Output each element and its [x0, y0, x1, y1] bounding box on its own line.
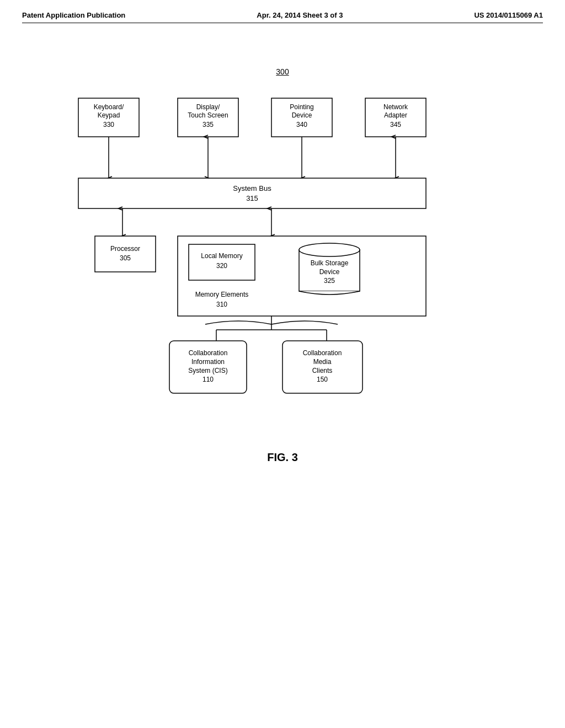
- header-left: Patent Application Publication: [22, 11, 125, 19]
- svg-text:320: 320: [216, 262, 227, 270]
- bulk-storage-cylinder-top: [299, 243, 360, 256]
- svg-text:Information: Information: [191, 358, 225, 366]
- svg-text:330: 330: [103, 121, 114, 129]
- svg-text:Collaboration: Collaboration: [303, 349, 342, 357]
- svg-text:Collaboration: Collaboration: [189, 349, 228, 357]
- svg-text:Device: Device: [319, 268, 340, 276]
- fig-number-label: 300: [22, 67, 543, 76]
- svg-text:Device: Device: [292, 111, 312, 119]
- patent-page: Patent Application Publication Apr. 24, …: [0, 0, 565, 728]
- header-center: Apr. 24, 2014 Sheet 3 of 3: [257, 11, 343, 19]
- svg-text:305: 305: [120, 254, 131, 262]
- svg-text:110: 110: [202, 376, 214, 383]
- svg-text:Local Memory: Local Memory: [201, 252, 242, 260]
- fig-caption: FIG. 3: [22, 451, 543, 464]
- svg-text:Clients: Clients: [312, 367, 333, 374]
- svg-text:System Bus: System Bus: [233, 184, 271, 192]
- svg-text:335: 335: [202, 121, 214, 129]
- svg-text:Media: Media: [313, 358, 332, 366]
- svg-text:Pointing: Pointing: [290, 103, 313, 111]
- svg-text:Display/: Display/: [196, 103, 220, 111]
- svg-text:Keyboard/: Keyboard/: [94, 103, 124, 111]
- svg-text:Processor: Processor: [110, 245, 140, 253]
- patent-header: Patent Application Publication Apr. 24, …: [22, 11, 543, 23]
- header-right: US 2014/0115069 A1: [474, 11, 543, 19]
- svg-text:Keypad: Keypad: [98, 111, 120, 119]
- svg-text:345: 345: [390, 121, 401, 129]
- svg-text:Touch Screen: Touch Screen: [188, 111, 228, 119]
- svg-text:150: 150: [317, 376, 328, 383]
- system-bus-box: [78, 178, 426, 208]
- svg-text:Memory Elements: Memory Elements: [195, 291, 249, 298]
- svg-text:Adapter: Adapter: [384, 111, 407, 119]
- svg-text:Bulk Storage: Bulk Storage: [311, 259, 349, 267]
- svg-text:310: 310: [216, 301, 227, 308]
- svg-text:Network: Network: [383, 103, 408, 111]
- svg-text:System (CIS): System (CIS): [188, 367, 227, 374]
- svg-text:315: 315: [246, 194, 258, 202]
- svg-text:340: 340: [296, 121, 307, 129]
- diagram-svg: Keyboard/ Keypad 330 Display/ Touch Scre…: [67, 93, 498, 435]
- svg-text:325: 325: [324, 277, 335, 285]
